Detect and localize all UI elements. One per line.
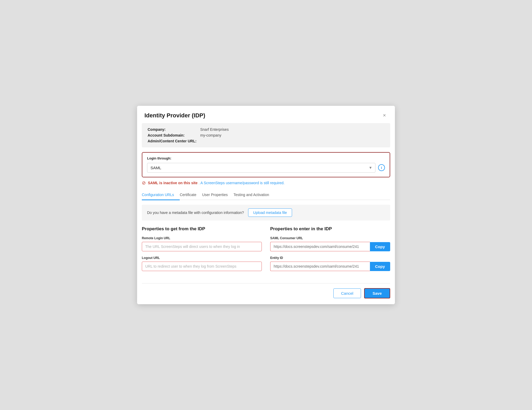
company-label: Company: (148, 127, 200, 132)
subdomain-value: my-company (200, 133, 221, 137)
modal-title: Identity Provider (IDP) (144, 112, 205, 119)
modal-footer: Cancel Save (137, 288, 395, 304)
login-label: Login through: (147, 156, 385, 160)
tab-user-properties[interactable]: User Properties (202, 190, 233, 200)
info-icon[interactable]: i (378, 164, 385, 171)
saml-select-wrapper: SAML ▼ (147, 163, 375, 173)
saml-consumer-input-row: Copy (270, 242, 390, 251)
login-section: Login through: SAML ▼ i (142, 152, 390, 177)
remote-login-input[interactable] (142, 242, 262, 251)
copy-entity-button[interactable]: Copy (370, 262, 390, 271)
login-select[interactable]: SAML (147, 163, 375, 173)
warning-bold-text: SAML is inactive on this site (148, 181, 198, 185)
tabs-section: Configuration URLs Certificate User Prop… (142, 190, 390, 200)
logout-url-label: Logout URL (142, 256, 262, 260)
tab-testing-activation[interactable]: Testing and Activation (233, 190, 275, 200)
entity-id-input-row: Copy (270, 262, 390, 271)
saml-consumer-label: SAML Consumer URL (270, 236, 390, 240)
entity-id-field-group: Entity ID Copy (270, 256, 390, 271)
company-row: Company: Snarf Enterprises (148, 127, 384, 132)
tab-configuration-urls[interactable]: Configuration URLs (142, 190, 180, 200)
remote-login-field-group: Remote Login URL (142, 236, 262, 251)
warning-circle-icon: ⊘ (142, 180, 146, 186)
url-row: Admin/Content Center URL: (148, 139, 384, 143)
properties-container: Properties to get from the IDP Remote Lo… (142, 226, 390, 276)
warning-row: ⊘ SAML is inactive on this site . A Scre… (142, 180, 390, 186)
warning-normal-text: . A ScreenSteps username/password is sti… (199, 181, 285, 185)
logout-url-field-group: Logout URL (142, 256, 262, 271)
cancel-button[interactable]: Cancel (333, 288, 361, 298)
tab-certificate[interactable]: Certificate (180, 190, 202, 200)
save-button[interactable]: Save (364, 288, 390, 298)
saml-consumer-input[interactable] (270, 242, 370, 251)
tab-list: Configuration URLs Certificate User Prop… (142, 190, 390, 200)
subdomain-label: Account Subdomain: (148, 133, 200, 137)
remote-login-label: Remote Login URL (142, 236, 262, 240)
footer-divider (142, 283, 390, 283)
url-label: Admin/Content Center URL: (148, 139, 200, 143)
modal-header: Identity Provider (IDP) × (137, 106, 395, 123)
right-col-title: Properties to enter in the IDP (270, 226, 390, 232)
left-col-title: Properties to get from the IDP (142, 226, 262, 232)
login-row: SAML ▼ i (147, 163, 385, 173)
entity-id-input[interactable] (270, 262, 370, 271)
close-button[interactable]: × (381, 112, 388, 118)
logout-url-input[interactable] (142, 262, 262, 271)
upload-metadata-button[interactable]: Upload metadata file (248, 208, 292, 217)
idp-modal: Identity Provider (IDP) × Company: Snarf… (137, 106, 395, 304)
warning-message: SAML is inactive on this site . A Screen… (148, 181, 285, 185)
right-properties-col: Properties to enter in the IDP SAML Cons… (270, 226, 390, 276)
copy-saml-button[interactable]: Copy (370, 242, 390, 251)
info-section: Company: Snarf Enterprises Account Subdo… (142, 123, 390, 147)
left-properties-col: Properties to get from the IDP Remote Lo… (142, 226, 262, 276)
entity-id-label: Entity ID (270, 256, 390, 260)
metadata-text: Do you have a metadata file with configu… (147, 211, 244, 215)
metadata-banner: Do you have a metadata file with configu… (142, 205, 390, 221)
saml-consumer-field-group: SAML Consumer URL Copy (270, 236, 390, 251)
company-value: Snarf Enterprises (200, 127, 229, 132)
subdomain-row: Account Subdomain: my-company (148, 133, 384, 137)
